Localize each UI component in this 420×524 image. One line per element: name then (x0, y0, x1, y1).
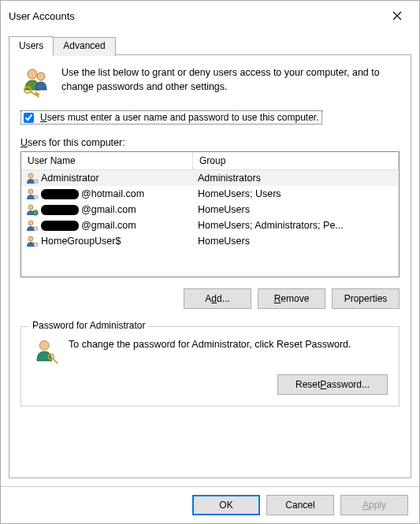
titlebar: User Accounts (1, 1, 419, 31)
close-button[interactable] (381, 6, 413, 26)
require-password-checkbox-row[interactable]: Users must enter a user name and passwor… (20, 110, 322, 124)
svg-rect-12 (34, 243, 38, 246)
svg-point-5 (28, 189, 33, 194)
column-header-username[interactable]: User Name (21, 152, 193, 169)
content-area: Users Advanced Use the list below to gra… (1, 31, 419, 486)
svg-rect-6 (34, 195, 38, 199)
user-accounts-window: User Accounts Users Advanced Use the lis… (0, 0, 420, 524)
require-password-checkbox[interactable] (24, 113, 34, 123)
cell-username: @hotmail.com (21, 186, 193, 202)
svg-point-11 (28, 236, 33, 241)
column-header-group[interactable]: Group (193, 152, 399, 169)
user-key-icon (32, 338, 59, 365)
svg-point-8 (33, 210, 38, 215)
table-row[interactable]: AdministratorAdministrators (21, 170, 399, 186)
list-body: AdministratorAdministrators@hotmail.comH… (21, 170, 399, 249)
cell-group: HomeUsers (193, 234, 399, 248)
users-list[interactable]: User Name Group AdministratorAdministrat… (20, 151, 400, 277)
tab-strip: Users Advanced (9, 35, 411, 54)
intro-row: Use the list below to grant or deny user… (20, 66, 400, 98)
user-icon (26, 172, 39, 184)
list-header: User Name Group (21, 152, 399, 170)
cell-group: HomeUsers (193, 203, 399, 217)
password-group-legend: Password for Administrator (29, 320, 148, 331)
cell-group: Administrators (193, 171, 399, 185)
remove-button[interactable]: Remove (258, 288, 325, 309)
tab-panel-users: Use the list below to grant or deny user… (9, 54, 411, 478)
require-password-label: Users must enter a user name and passwor… (40, 112, 319, 123)
table-row[interactable]: HomeGroupUser$HomeUsers (21, 233, 399, 249)
svg-point-7 (28, 205, 33, 210)
properties-button[interactable]: Properties (332, 288, 400, 309)
redacted-text (41, 189, 79, 199)
table-row[interactable]: @gmail.comHomeUsers; Administrators; Pe.… (21, 217, 399, 233)
cell-group: HomeUsers; Administrators; Pe... (193, 218, 399, 232)
svg-point-9 (28, 221, 33, 225)
tab-users[interactable]: Users (9, 36, 54, 55)
svg-rect-10 (34, 227, 38, 230)
user-icon (26, 235, 39, 247)
redacted-text (41, 221, 79, 231)
svg-point-0 (28, 69, 37, 79)
intro-text: Use the list below to grant or deny user… (61, 66, 400, 98)
cell-username: HomeGroupUser$ (21, 233, 193, 249)
window-title: User Accounts (9, 10, 75, 22)
users-list-label: Users for this computer: (20, 137, 400, 148)
ok-button[interactable]: OK (192, 495, 260, 515)
password-group: Password for Administrator To change the… (20, 326, 400, 407)
password-text: To change the password for Administrator… (69, 338, 351, 352)
close-icon (392, 11, 402, 20)
cancel-button[interactable]: Cancel (266, 495, 334, 515)
list-action-row: Add... Remove Properties (20, 288, 400, 309)
user-icon (26, 219, 39, 232)
cell-username: @gmail.com (21, 202, 193, 217)
users-keys-icon (20, 66, 52, 98)
svg-point-13 (39, 340, 49, 350)
svg-point-3 (28, 173, 33, 178)
redacted-text (41, 205, 79, 215)
cell-username: @gmail.com (21, 217, 193, 233)
table-row[interactable]: @gmail.comHomeUsers (21, 202, 399, 217)
add-button[interactable]: Add... (184, 288, 251, 309)
reset-password-button[interactable]: Reset Password... (277, 374, 388, 395)
svg-rect-4 (34, 180, 38, 183)
table-row[interactable]: @hotmail.comHomeUsers; Users (21, 186, 399, 202)
cell-group: HomeUsers; Users (193, 187, 399, 201)
svg-point-1 (37, 72, 45, 80)
cell-username: Administrator (21, 170, 193, 186)
tab-advanced[interactable]: Advanced (53, 37, 115, 56)
dialog-button-bar: OK Cancel Apply (1, 486, 419, 523)
user-globe-icon (26, 203, 39, 216)
user-icon (26, 188, 39, 200)
apply-button[interactable]: Apply (340, 495, 408, 515)
